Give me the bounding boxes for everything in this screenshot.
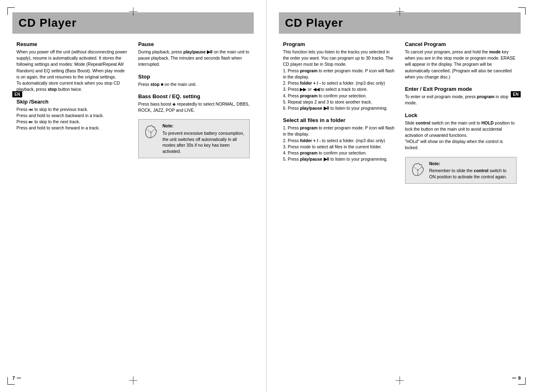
right-col: Pause During playback, press play/pause …: [136, 41, 250, 158]
note-icon-right: [410, 161, 426, 179]
bass-boost-body: Press bass boost ◈ repeatedly to select …: [138, 101, 250, 113]
left-note-title: Note:: [162, 123, 245, 129]
left-note-body: To prevent excessive battery consumption…: [162, 130, 245, 154]
en-badge-left: EN: [12, 91, 22, 97]
right-note-content: Note: Remember to slide the control swit…: [429, 161, 512, 180]
bass-boost-title: Bass Boost / EQ. setting: [138, 93, 250, 99]
skip-search-body: Press ⏮ to skip to the previous track. P…: [16, 106, 128, 131]
corner-tr: [518, 7, 526, 15]
crosshair-top-right: [396, 7, 404, 16]
right-page-left-col: Program This function lets you listen to…: [283, 41, 403, 184]
pause-section: Pause During playback, press play/pause …: [138, 41, 250, 68]
left-page-number: 7: [12, 376, 21, 380]
left-page-content: Resume When you power off the unit (with…: [12, 41, 254, 158]
left-page-num-text: 7: [12, 376, 15, 380]
skip-search-section: Skip /Search Press ⏮ to skip to the prev…: [16, 99, 128, 131]
right-page-num-text: 8: [518, 376, 521, 380]
program-section: Program This function lets you listen to…: [283, 41, 395, 111]
bass-boost-section: Bass Boost / EQ. setting Press bass boos…: [138, 93, 250, 113]
enter-exit-title: Enter / Exit Program mode: [405, 86, 517, 92]
stop-title: Stop: [138, 74, 250, 80]
cancel-program-body: To cancel your program, press and hold t…: [405, 49, 517, 80]
cancel-program-section: Cancel Program To cancel your program, p…: [405, 41, 517, 80]
stop-body: Press stop ■ on the main unit.: [138, 81, 250, 88]
left-page-num-box: [17, 378, 21, 378]
program-body: This function lets you listen to the tra…: [283, 49, 395, 111]
left-note-box: Note: To prevent excessive battery consu…: [138, 119, 250, 158]
resume-title: Resume: [16, 41, 128, 47]
skip-search-title: Skip /Search: [16, 99, 128, 105]
lock-section: Lock Slide control switch on the main un…: [405, 112, 517, 151]
right-page-number: 8: [512, 376, 521, 380]
resume-body: When you power off the unit (without dis…: [16, 49, 128, 93]
pause-body: During playback, press play/pause ▶II on…: [138, 49, 250, 68]
right-note-title: Note:: [429, 161, 512, 167]
left-col: Resume When you power off the unit (with…: [16, 41, 136, 158]
lock-title: Lock: [405, 112, 517, 118]
right-note-box: Note: Remember to slide the control swit…: [405, 157, 517, 184]
right-page: CD Player EN Program This function lets …: [266, 0, 533, 392]
select-all-section: Select all files in a folder 1. Press pr…: [283, 117, 395, 162]
right-page-right-col: Cancel Program To cancel your program, p…: [403, 41, 517, 184]
left-note-content: Note: To prevent excessive battery consu…: [162, 123, 245, 154]
left-page-title: CD Player: [19, 16, 248, 30]
right-page-title: CD Player: [285, 16, 514, 30]
note-icon-left: [143, 123, 159, 141]
right-page-content: Program This function lets you listen to…: [279, 41, 521, 184]
lock-body: Slide control switch on the main unit to…: [405, 120, 517, 151]
pause-title: Pause: [138, 41, 250, 47]
corner-tl: [7, 7, 15, 15]
right-page-num-box: [512, 378, 516, 378]
crosshair-bottom-left: [129, 376, 137, 385]
enter-exit-body: To enter or exit program mode, press pro…: [405, 94, 517, 106]
crosshair-top-left: [129, 7, 137, 16]
en-badge-right: EN: [511, 91, 521, 97]
select-all-body: 1. Press program to enter program mode. …: [283, 125, 395, 162]
right-note-body: Remember to slide the control switch to …: [429, 168, 512, 180]
stop-section: Stop Press stop ■ on the main unit.: [138, 74, 250, 88]
enter-exit-section: Enter / Exit Program mode To enter or ex…: [405, 86, 517, 106]
resume-section: Resume When you power off the unit (with…: [16, 41, 128, 93]
program-title: Program: [283, 41, 395, 47]
left-page: CD Player EN Resume When you power off t…: [0, 0, 266, 392]
cancel-program-title: Cancel Program: [405, 41, 517, 47]
select-all-title: Select all files in a folder: [283, 117, 395, 123]
crosshair-bottom-right: [396, 376, 404, 385]
